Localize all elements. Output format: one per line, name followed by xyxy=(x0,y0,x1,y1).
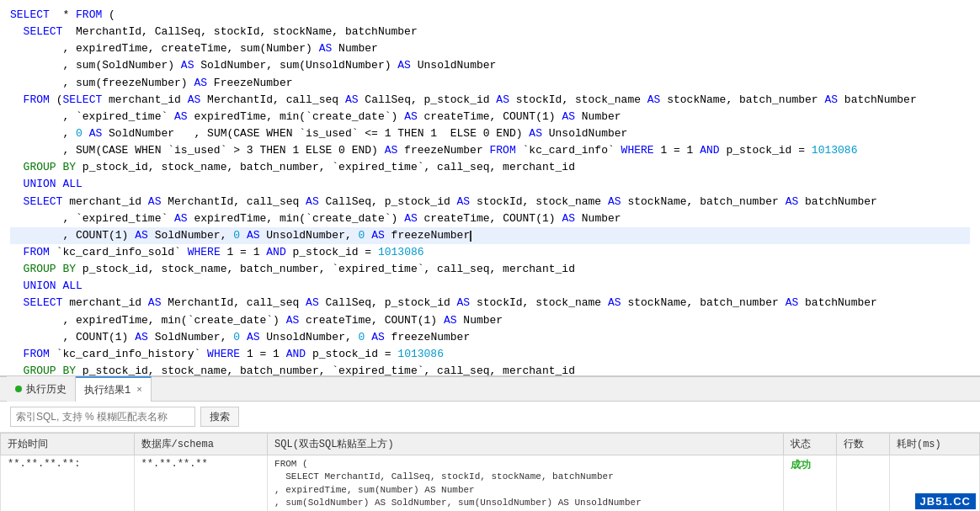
history-dot xyxy=(15,386,22,392)
tab-history-label: 执行历史 xyxy=(26,382,67,397)
results-table: 开始时间 数据库/schema SQL(双击SQL粘贴至上方) 状态 行数 耗时… xyxy=(0,433,980,511)
status-badge: 成功 xyxy=(791,460,811,471)
sql-line: GROUP BY p_stock_id, stock_name, batch_n… xyxy=(10,159,970,176)
table-row[interactable]: **.**.**.**: **.**.**.** FROM ( SELECT M… xyxy=(1,455,980,512)
sql-line: , `expired_time` AS expiredTime, min(`cr… xyxy=(10,109,970,125)
time-value: **.**.**.**: xyxy=(8,458,80,470)
sql-line: , `expired_time` AS expiredTime, min(`cr… xyxy=(10,210,970,227)
tab-result[interactable]: 执行结果1 × xyxy=(76,376,152,402)
cell-time-ms: JB51.CC xyxy=(889,455,979,512)
cell-sql[interactable]: FROM ( SELECT MerchantId, CallSeq, stock… xyxy=(268,455,784,512)
col-db-schema: 数据库/schema xyxy=(134,434,268,455)
search-input[interactable] xyxy=(10,407,195,427)
history-table: 开始时间 数据库/schema SQL(双击SQL粘贴至上方) 状态 行数 耗时… xyxy=(0,433,980,511)
db-value: **.**.**.** xyxy=(141,458,208,470)
sql-line: UNION ALL xyxy=(10,176,970,193)
sql-line: , COUNT(1) AS SoldNumber, 0 AS UnsoldNum… xyxy=(10,329,970,346)
sql-line: SELECT MerchantId, CallSeq, stockId, sto… xyxy=(10,24,970,40)
sql-line-highlighted: , COUNT(1) AS SoldNumber, 0 AS UnsoldNum… xyxy=(10,227,970,244)
sql-line: GROUP BY p_stock_id, stock_name, batch_n… xyxy=(10,363,970,376)
sql-line: , expiredTime, createTime, sum(Number) A… xyxy=(10,40,970,57)
sql-line: , sum(SoldNumber) AS SoldNumber, sum(Uns… xyxy=(10,57,970,74)
col-status: 状态 xyxy=(784,434,837,455)
sql-line: SELECT merchant_id AS MerchantId, call_s… xyxy=(10,295,970,311)
sql-line: SELECT merchant_id AS MerchantId, call_s… xyxy=(10,194,970,210)
bottom-panel: 搜索 开始时间 数据库/schema SQL(双击SQL粘贴至上方) 状态 行数… xyxy=(0,402,980,511)
cell-db: **.**.**.** xyxy=(134,455,268,512)
watermark-label: JB51.CC xyxy=(915,493,976,509)
cell-rows xyxy=(837,455,890,512)
sql-line: , 0 AS SoldNumber , SUM(CASE WHEN `is_us… xyxy=(10,125,970,142)
sql-preview: FROM ( SELECT MerchantId, CallSeq, stock… xyxy=(274,458,776,510)
sql-editor[interactable]: SELECT * FROM ( SELECT MerchantId, CallS… xyxy=(0,0,980,376)
sql-line: GROUP BY p_stock_id, stock_name, batch_n… xyxy=(10,261,970,278)
col-rows: 行数 xyxy=(837,434,890,455)
sql-line: , sum(freezeNumber) AS FreezeNumber xyxy=(10,75,970,92)
cell-time: **.**.**.**: xyxy=(1,455,135,512)
col-time-ms: 耗时(ms) xyxy=(889,434,979,455)
sql-line: , expiredTime, min(`create_date`) AS cre… xyxy=(10,312,970,329)
sql-line: FROM `kc_card_info_history` WHERE 1 = 1 … xyxy=(10,346,970,363)
table-header-row: 开始时间 数据库/schema SQL(双击SQL粘贴至上方) 状态 行数 耗时… xyxy=(1,434,980,455)
sql-line: FROM (SELECT merchant_id AS MerchantId, … xyxy=(10,92,970,109)
cell-status: 成功 xyxy=(784,455,837,512)
search-button[interactable]: 搜索 xyxy=(200,407,239,427)
sql-line: SELECT * FROM ( xyxy=(10,7,970,24)
sql-line: , SUM(CASE WHEN `is_used` > 3 THEN 1 ELS… xyxy=(10,142,970,159)
col-sql: SQL(双击SQL粘贴至上方) xyxy=(268,434,784,455)
search-bar: 搜索 xyxy=(0,402,980,433)
col-start-time: 开始时间 xyxy=(1,434,135,455)
tab-close-icon[interactable]: × xyxy=(136,385,142,395)
tab-result-label: 执行结果1 xyxy=(84,383,130,397)
tabs-bar: 执行历史 执行结果1 × xyxy=(0,376,980,402)
sql-line: FROM `kc_card_info_sold` WHERE 1 = 1 AND… xyxy=(10,244,970,261)
tab-history[interactable]: 执行历史 xyxy=(7,376,76,402)
sql-line: UNION ALL xyxy=(10,278,970,295)
